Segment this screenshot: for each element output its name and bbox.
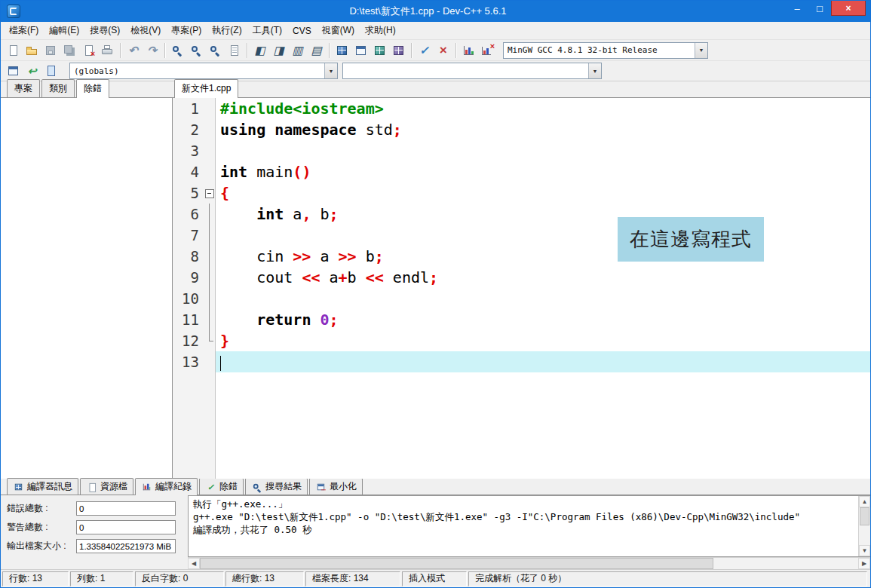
menu-item[interactable]: 搜尋(S) [84, 22, 125, 39]
line-number[interactable]: 7 [173, 225, 203, 246]
compile-run-button[interactable] [370, 41, 389, 59]
goto-function-button[interactable] [23, 63, 41, 80]
redo-button[interactable] [143, 41, 161, 59]
menu-item[interactable]: CVS [287, 23, 317, 38]
line-number[interactable]: 11 [173, 309, 203, 330]
tab-classes[interactable]: 類別 [41, 79, 75, 97]
line-number[interactable]: 5 [173, 182, 203, 204]
line-number[interactable]: 13 [173, 351, 203, 372]
line-number[interactable]: 1 [173, 98, 203, 119]
line-number[interactable]: 3 [173, 140, 203, 161]
replace-button[interactable] [206, 41, 225, 59]
delete-profiling-button[interactable] [478, 41, 497, 59]
code-line[interactable]: 13 [173, 351, 870, 372]
code-editor[interactable]: 1#include<iostream>2using namespace std;… [173, 98, 870, 479]
code-line[interactable]: 8 cin >> a >> b; [173, 246, 870, 267]
close-button[interactable]: × [831, 1, 866, 16]
scroll-down-icon[interactable]: ▼ [859, 545, 870, 556]
line-number[interactable]: 12 [173, 330, 203, 351]
menu-item[interactable]: 編輯(E) [44, 22, 84, 39]
code-text[interactable]: cin >> a >> b; [216, 246, 870, 267]
open-unit-button[interactable] [41, 63, 60, 80]
menu-item[interactable]: 檢視(V) [125, 22, 166, 39]
find-in-files-button[interactable] [187, 41, 206, 59]
vertical-scroll-thumb[interactable] [860, 507, 869, 525]
chevron-down-icon[interactable]: ▼ [695, 43, 707, 58]
tab-debug[interactable]: 除錯 [76, 79, 109, 98]
line-number[interactable]: 2 [173, 119, 203, 140]
code-text[interactable]: int a, b; [216, 204, 870, 225]
code-line[interactable]: 1#include<iostream> [173, 98, 870, 119]
compile-log-text[interactable]: 執行「g++.exe...」g++.exe "D:\test\新文件1.cpp"… [189, 496, 858, 556]
code-line[interactable]: 3 [173, 140, 870, 161]
members-combo[interactable]: ▼ [342, 63, 602, 79]
line-number[interactable]: 4 [173, 161, 203, 182]
code-text[interactable] [216, 140, 870, 161]
title-bar[interactable]: D:\test\新文件1.cpp - Dev-C++ 5.6.1 – □ × [1, 1, 870, 22]
maximize-button[interactable]: □ [808, 1, 831, 16]
code-text[interactable] [216, 288, 870, 309]
close-button[interactable] [79, 41, 98, 59]
insert-button[interactable] [307, 41, 326, 59]
open-button[interactable] [23, 41, 41, 59]
code-area[interactable]: 1#include<iostream>2using namespace std;… [173, 98, 870, 479]
profile-button[interactable] [459, 41, 478, 59]
save-button[interactable] [41, 41, 60, 59]
syntax-check-button[interactable] [415, 41, 434, 59]
menu-item[interactable]: 執行(Z) [207, 22, 247, 39]
abort-button[interactable] [434, 41, 452, 59]
globals-combo[interactable]: (globals) ▼ [69, 63, 338, 79]
run-button[interactable] [351, 41, 370, 59]
menu-item[interactable]: 工具(T) [247, 22, 287, 39]
code-text[interactable]: cout << a+b << endl; [216, 267, 870, 288]
editor-tab-source-file[interactable]: 新文件1.cpp [174, 79, 238, 98]
compiler-combo[interactable]: MinGW GCC 4.8.1 32-bit Release ▼ [503, 42, 708, 59]
scroll-right-icon[interactable]: ▶ [858, 558, 870, 569]
code-line[interactable]: 12} [173, 330, 870, 351]
code-text[interactable] [216, 351, 870, 372]
code-text[interactable]: return 0; [216, 309, 870, 330]
goto-line-button[interactable] [225, 41, 244, 59]
code-line[interactable]: 7 [173, 225, 870, 246]
menu-item[interactable]: 專案(P) [166, 22, 207, 39]
undo-button[interactable] [124, 41, 143, 59]
code-line[interactable]: 9 cout << a+b << endl; [173, 267, 870, 288]
compile-button[interactable] [333, 41, 351, 59]
horizontal-scroll-thumb[interactable] [200, 558, 713, 569]
tab-compile-log[interactable]: 編譯紀錄 [135, 478, 198, 495]
save-all-button[interactable] [60, 41, 79, 59]
project-options-button[interactable] [288, 41, 307, 59]
find-button[interactable] [168, 41, 187, 59]
line-number[interactable]: 9 [173, 267, 203, 288]
scroll-up-icon[interactable]: ▲ [859, 496, 870, 507]
new-file-button[interactable] [4, 41, 23, 59]
line-number[interactable]: 10 [173, 288, 203, 309]
rebuild-all-button[interactable] [389, 41, 408, 59]
project-browser-panel[interactable] [1, 98, 173, 479]
log-horizontal-scrollbar[interactable]: ◀ ▶ [188, 557, 870, 569]
code-text[interactable]: { [216, 182, 870, 204]
code-text[interactable]: #include<iostream> [216, 98, 870, 119]
tab-search-results[interactable]: 搜尋結果 [245, 478, 308, 495]
print-button[interactable] [98, 41, 117, 59]
code-line[interactable]: 4int main() [173, 161, 870, 182]
minimize-button[interactable]: – [786, 1, 808, 16]
line-number[interactable]: 6 [173, 204, 203, 225]
add-to-project-button[interactable] [250, 41, 269, 59]
remove-from-project-button[interactable] [269, 41, 288, 59]
menu-item[interactable]: 檔案(F) [4, 22, 44, 39]
code-text[interactable] [216, 225, 870, 246]
fold-toggle-icon[interactable] [203, 182, 216, 204]
code-text[interactable]: int main() [216, 161, 870, 182]
line-number[interactable]: 8 [173, 246, 203, 267]
tab-debug-bottom[interactable]: 除錯 [199, 478, 244, 495]
chevron-down-icon[interactable]: ▼ [324, 63, 337, 78]
tab-project[interactable]: 專案 [7, 79, 40, 97]
code-line[interactable]: 6 int a, b; [173, 204, 870, 225]
horizontal-scroll-track[interactable] [200, 558, 858, 569]
chevron-down-icon[interactable]: ▼ [588, 63, 601, 78]
code-line[interactable]: 5{ [173, 182, 870, 204]
tab-compiler-messages[interactable]: 編譯器訊息 [7, 478, 78, 495]
code-text[interactable]: } [216, 330, 870, 351]
log-vertical-scrollbar[interactable]: ▲ ▼ [858, 496, 870, 556]
